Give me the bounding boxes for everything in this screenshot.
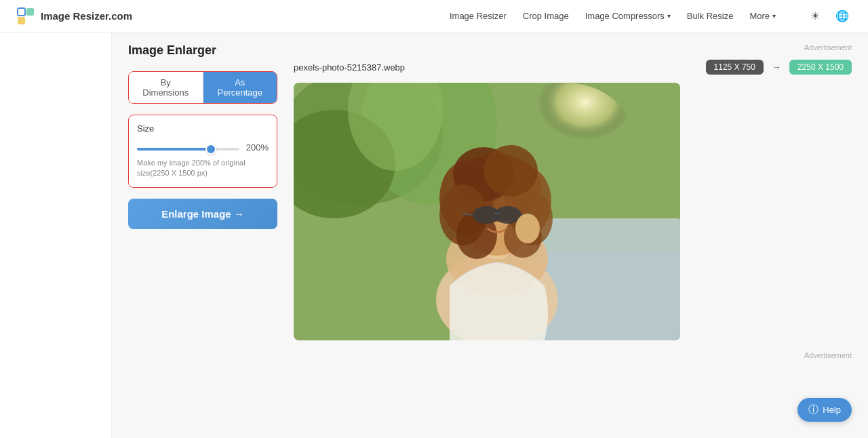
left-panel: Image Enlarger By Dimensions As Percenta… bbox=[128, 43, 277, 427]
photo-placeholder bbox=[294, 83, 680, 340]
size-slider[interactable] bbox=[137, 148, 239, 151]
enlarge-button[interactable]: Enlarge Image → bbox=[128, 199, 277, 229]
file-info-row: pexels-photo-5215387.webp 1125 X 750 → 2… bbox=[294, 60, 852, 75]
theme-toggle-icon[interactable]: ☀ bbox=[806, 7, 825, 26]
svg-point-29 bbox=[515, 214, 540, 243]
photo-svg bbox=[294, 83, 680, 340]
nav-links: Image Resizer Crop Image Image Compresso… bbox=[450, 11, 776, 21]
svg-point-19 bbox=[484, 145, 538, 197]
nav-bulk-resize[interactable]: Bulk Resize bbox=[687, 11, 734, 21]
advertisement-bottom: Advertisement bbox=[294, 351, 852, 359]
chevron-down-icon: ▾ bbox=[772, 12, 776, 20]
percentage-value: 200% bbox=[246, 142, 269, 153]
advertisement-top: Advertisement bbox=[294, 43, 852, 52]
nav-crop-image[interactable]: Crop Image bbox=[523, 11, 569, 21]
chevron-down-icon: ▾ bbox=[667, 12, 671, 20]
main-content: Image Enlarger By Dimensions As Percenta… bbox=[112, 33, 868, 438]
original-dimensions-badge: 1125 X 750 bbox=[706, 60, 764, 75]
svg-rect-1 bbox=[26, 8, 34, 16]
nav-image-compressors[interactable]: Image Compressors ▾ bbox=[585, 11, 671, 21]
help-button[interactable]: ⓘ Help bbox=[797, 398, 852, 422]
slider-wrapper bbox=[137, 142, 239, 153]
size-label: Size bbox=[137, 123, 269, 134]
mode-toggle: By Dimensions As Percentage bbox=[128, 71, 277, 104]
page-title: Image Enlarger bbox=[128, 43, 277, 58]
sidebar bbox=[0, 33, 112, 438]
tab-by-dimensions[interactable]: By Dimensions bbox=[129, 72, 203, 103]
nav-more[interactable]: More ▾ bbox=[749, 11, 776, 21]
svg-rect-0 bbox=[18, 8, 25, 16]
logo-icon bbox=[16, 7, 35, 26]
image-preview bbox=[294, 83, 680, 340]
right-panel: Advertisement pexels-photo-5215387.webp … bbox=[294, 43, 852, 427]
help-circle-icon: ⓘ bbox=[808, 403, 818, 416]
language-globe-icon[interactable]: 🌐 bbox=[833, 7, 852, 26]
new-dimensions-badge: 2250 X 1500 bbox=[789, 60, 852, 75]
size-panel: Size 200% Make my image 200% of original… bbox=[128, 115, 277, 188]
header: Image Resizer.com Image Resizer Crop Ima… bbox=[0, 0, 868, 33]
tab-as-percentage[interactable]: As Percentage bbox=[203, 72, 277, 103]
slider-row: 200% bbox=[137, 142, 269, 153]
layout: Image Enlarger By Dimensions As Percenta… bbox=[0, 33, 868, 438]
logo-text: Image Resizer.com bbox=[41, 10, 132, 22]
svg-rect-2 bbox=[18, 17, 25, 24]
header-icons: ☀ 🌐 bbox=[806, 7, 852, 26]
file-name: pexels-photo-5215387.webp bbox=[294, 62, 698, 73]
arrow-icon: → bbox=[772, 62, 781, 73]
logo-area: Image Resizer.com bbox=[16, 7, 132, 26]
size-description: Make my image 200% of original size(2250… bbox=[137, 158, 269, 179]
nav-image-resizer[interactable]: Image Resizer bbox=[450, 11, 507, 21]
